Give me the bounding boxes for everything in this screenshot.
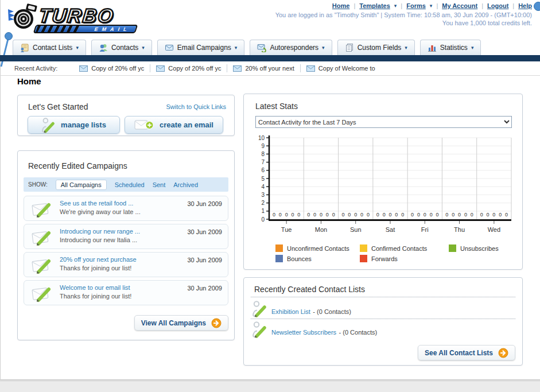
campaign-row: Introducing our new range ... Introducin… <box>24 224 228 249</box>
chevron-down-icon: ▾ <box>76 45 79 51</box>
campaign-title-link[interactable]: Welcome to our email list <box>60 284 130 291</box>
contact-list-link[interactable]: Newsletter Subscribers <box>271 329 336 336</box>
contact-lists-icon <box>20 43 29 52</box>
tab-label: Statistics <box>440 44 468 52</box>
tab-statistics[interactable]: Statistics ▾ <box>420 40 481 55</box>
help-bubble-icon[interactable] <box>534 2 540 11</box>
nav-link-logout[interactable]: Logout <box>487 2 508 9</box>
separator: | <box>436 2 438 9</box>
svg-text:0: 0 <box>376 212 379 218</box>
svg-text:0: 0 <box>261 216 265 223</box>
svg-text:0: 0 <box>285 212 288 218</box>
svg-text:0: 0 <box>458 212 461 218</box>
page-title: Home <box>17 76 41 86</box>
manage-lists-label: manage lists <box>61 121 106 129</box>
chevron-down-icon: ▾ <box>405 45 407 51</box>
contact-list-row: Exhibition List - (0 Contacts) <box>271 306 351 316</box>
switch-to-quick-links[interactable]: Switch to Quick Links <box>166 103 226 110</box>
contact-list-row: Newsletter Subscribers - (0 Contacts) <box>271 327 377 337</box>
svg-text:0: 0 <box>307 212 310 218</box>
svg-text:0: 0 <box>436 212 438 218</box>
campaign-row: 20% off your next purchase Thanks for jo… <box>24 252 228 277</box>
chart-legend: Unconfirmed Contacts Confirmed Contacts … <box>275 244 535 262</box>
svg-text:0: 0 <box>354 212 357 218</box>
logo-subtitle: EMAIL <box>94 26 131 32</box>
tab-contacts[interactable]: Contacts ▾ <box>91 40 152 55</box>
recent-activity-item[interactable]: Copy of 20% off yc <box>150 65 227 72</box>
nav-link-help[interactable]: Help <box>518 2 532 9</box>
see-all-contact-lists-button[interactable]: See All Contact Lists <box>418 345 515 360</box>
filter-archived[interactable]: Archived <box>173 181 198 188</box>
svg-text:3: 3 <box>261 192 265 198</box>
envelope-icon <box>306 65 315 72</box>
campaigns-filter-bar: SHOW: All Campaigns Scheduled Sent Archi… <box>24 177 228 192</box>
activity-item-label: 20% off your next <box>245 65 294 72</box>
recent-activity-item[interactable]: Copy of 20% off yc <box>73 65 150 72</box>
legend-swatch-icon <box>360 255 367 262</box>
nav-link-templates[interactable]: Templates <box>359 2 390 9</box>
campaign-title-link[interactable]: Introducing our new range ... <box>60 228 140 235</box>
tab-email-campaigns[interactable]: Email Campaigns ▾ <box>157 40 245 55</box>
svg-text:Thu: Thu <box>454 226 465 233</box>
legend-item-unconfirmed: Unconfirmed Contacts <box>275 244 360 252</box>
svg-text:8: 8 <box>261 151 265 157</box>
logo-stripes <box>36 26 80 32</box>
recent-activity-item[interactable]: 20% off your next <box>227 65 300 72</box>
campaign-title-link[interactable]: 20% off your next purchase <box>60 256 137 263</box>
svg-text:0: 0 <box>279 212 282 218</box>
app-logo: TURBO EMAIL <box>5 3 148 34</box>
svg-text:Sun: Sun <box>350 226 362 233</box>
svg-text:0: 0 <box>499 212 502 218</box>
campaign-row: Welcome to our email list Thanks for joi… <box>24 280 228 305</box>
svg-text:0: 0 <box>417 212 420 218</box>
svg-text:2: 2 <box>261 200 265 206</box>
nav-link-my-account[interactable]: My Account <box>442 2 477 9</box>
arrow-right-icon <box>211 318 222 328</box>
separator: | <box>512 2 514 9</box>
tab-autoresponders[interactable]: Autoresponders ▾ <box>250 40 332 55</box>
recent-activity-item[interactable]: Copy of Welcome to <box>301 65 381 72</box>
chevron-down-icon: ▾ <box>235 45 238 51</box>
stats-period-dropdown[interactable]: Contact Activity for the Last 7 Days <box>255 116 512 128</box>
svg-text:0: 0 <box>395 212 398 218</box>
chevron-down-icon: ▾ <box>471 45 474 51</box>
svg-text:6: 6 <box>261 167 265 173</box>
filter-scheduled[interactable]: Scheduled <box>115 181 145 188</box>
contact-list-link[interactable]: Exhibition List <box>271 308 310 315</box>
svg-text:1: 1 <box>261 208 265 214</box>
credits-info: You have 1,000 total credits left. <box>442 20 532 26</box>
email-campaigns-icon <box>165 43 174 52</box>
nav-link-forms[interactable]: Forms <box>406 2 426 9</box>
svg-text:Fri: Fri <box>421 226 429 233</box>
separator: | <box>353 2 355 9</box>
svg-text:9: 9 <box>261 143 265 149</box>
custom-fields-icon <box>345 43 354 52</box>
svg-text:0: 0 <box>486 212 489 218</box>
campaign-date: 30 Jun 2009 <box>187 228 222 235</box>
campaign-date: 30 Jun 2009 <box>187 285 222 292</box>
filter-sent[interactable]: Sent <box>153 181 166 188</box>
tab-contact-lists[interactable]: Contact Lists ▾ <box>13 40 86 55</box>
contact-lists-title: Recently Created Contact Lists <box>254 285 365 294</box>
tab-label: Contact Lists <box>33 44 72 52</box>
legend-label: Unconfirmed Contacts <box>287 245 349 252</box>
envelope-pencil-icon <box>31 256 54 274</box>
filter-all-campaigns[interactable]: All Campaigns <box>56 180 107 190</box>
manage-lists-button[interactable]: manage lists <box>28 116 120 134</box>
chevron-down-icon: ▾ <box>394 3 397 9</box>
latest-stats-title: Latest Stats <box>255 102 298 111</box>
svg-text:0: 0 <box>464 212 467 218</box>
nav-link-home[interactable]: Home <box>332 2 350 9</box>
create-email-button[interactable]: create an email <box>125 116 223 134</box>
tab-custom-fields[interactable]: Custom Fields ▾ <box>337 40 415 55</box>
campaign-title-link[interactable]: See us at the retail food ... <box>60 200 133 207</box>
activity-item-label: Copy of 20% off yc <box>168 65 221 72</box>
view-all-campaigns-button[interactable]: View All Campaigns <box>134 315 228 331</box>
svg-text:0: 0 <box>291 212 294 218</box>
svg-text:0: 0 <box>273 212 275 218</box>
legend-swatch-icon <box>275 244 283 252</box>
tab-label: Contacts <box>111 44 138 52</box>
svg-text:0: 0 <box>348 212 351 218</box>
svg-text:0: 0 <box>367 212 370 218</box>
tab-label: Autoresponders <box>270 44 318 52</box>
